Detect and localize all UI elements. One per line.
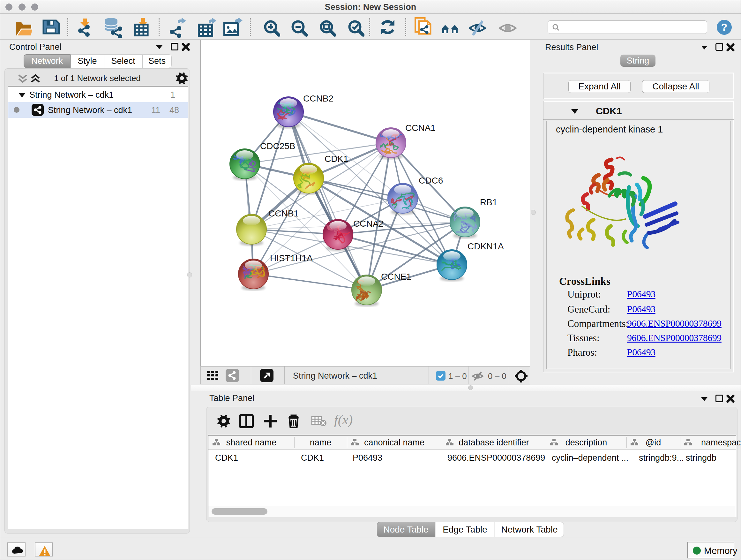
svg-text:HIST1H1A: HIST1H1A xyxy=(270,253,313,263)
svg-text:CCNA2: CCNA2 xyxy=(353,219,384,229)
svg-text:CDKN1A: CDKN1A xyxy=(468,241,504,251)
svg-text:CCNA1: CCNA1 xyxy=(405,123,435,133)
svg-text:CDC6: CDC6 xyxy=(419,176,443,186)
svg-text:CDK1: CDK1 xyxy=(325,154,348,164)
svg-text:RB1: RB1 xyxy=(480,197,497,207)
svg-text:CCNB2: CCNB2 xyxy=(303,94,333,104)
svg-text:CDC25B: CDC25B xyxy=(260,141,295,151)
svg-text:CCNE1: CCNE1 xyxy=(381,272,411,282)
svg-text:CCNB1: CCNB1 xyxy=(268,208,299,219)
